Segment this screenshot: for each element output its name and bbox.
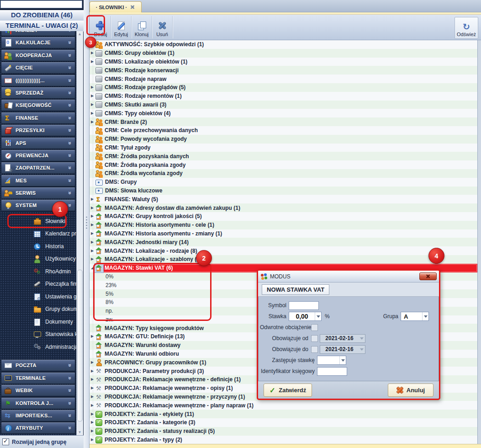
expand-arrow-icon[interactable]: ▶ (90, 229, 95, 238)
tree-row[interactable]: ▶FINANSE: Waluty (5) (90, 195, 477, 203)
expand-arrow-icon[interactable]: ▶ (90, 212, 95, 220)
sidebar-item-historia[interactable]: Historia (0, 240, 77, 253)
tree-row[interactable]: CRM: Cele przechowywania danych (90, 126, 477, 135)
tree-row[interactable]: CRM: Powody wycofania zgody (90, 135, 477, 144)
obowiazuje-do-checkbox[interactable] (311, 346, 318, 353)
sidebar-item-administracja[interactable]: Administracja (0, 341, 77, 353)
tab-close-icon[interactable] (131, 5, 135, 9)
sidebar-item-stanowiska[interactable]: Stanowiska komp... (0, 328, 77, 341)
tree-row[interactable]: CRM: Tytuł zgody (90, 144, 477, 152)
dodaj-button[interactable]: Dodaj (90, 16, 111, 38)
dialog-titlebar[interactable]: MODUS (258, 271, 439, 283)
dropdown-arrow-icon[interactable] (315, 312, 321, 320)
tree-row[interactable]: ▶CMMS: Lokalizacje obiektów (1) (90, 58, 477, 66)
expand-arrow-icon[interactable]: ▶ (90, 367, 95, 375)
sidebar-group-poczta[interactable]: POCZTA» (1, 359, 75, 371)
klonuj-button[interactable]: Klonuj (132, 16, 152, 38)
expand-arrow-icon[interactable]: ▶ (90, 427, 95, 435)
sidebar-item-dokumenty[interactable]: Dokumenty (0, 315, 77, 328)
sidebar-group-kalkulacje[interactable]: KALKULACJE» (1, 37, 75, 48)
usun-button[interactable]: Usuń (152, 16, 173, 38)
sidebar-group-serwis[interactable]: SERWIS» (1, 187, 75, 199)
tree-row[interactable]: ▶MAGAZYN: Grupy kontroli jakości (5) (90, 212, 477, 221)
sidebar-item-rhoadmin[interactable]: RhoAdmin (0, 265, 77, 278)
sidebar-group-ciecie[interactable]: CIĘCIE» (1, 62, 75, 74)
tree-row[interactable]: ▶AKTYWNOŚĆ: Szybkie odpowiedzi (1) (90, 40, 477, 49)
expand-arrow-icon[interactable]: ▶ (90, 118, 95, 126)
expand-arrow-icon[interactable]: ▶ (90, 221, 95, 229)
expand-arrow-icon[interactable]: ▶ (90, 195, 95, 203)
panel-splitter[interactable] (84, 0, 90, 448)
tree-row[interactable]: CMMS: Rodzaje konserwacji (90, 66, 477, 75)
sidebar-search-input[interactable] (0, 0, 82, 8)
tree-row[interactable]: CMMS: Rodzaje napraw (90, 75, 477, 83)
expand-arrow-icon[interactable]: ▶ (90, 247, 95, 255)
tree-row[interactable]: ▶PROJEKTY: Zadania - statusy realizacji … (90, 427, 477, 436)
sidebar-group-env[interactable]: ((((((((((((((...» (1, 75, 75, 86)
tree-row[interactable]: ▶MAGAZYN: Historia asortymentu - cele (1… (90, 221, 477, 229)
expand-arrow-icon[interactable]: ▶ (90, 101, 95, 109)
tree-row[interactable]: ▶PROJEKTY: Zadania - kategorie (3) (90, 418, 477, 427)
tree-row[interactable]: CRM: Źródła pozyskania danych (90, 152, 477, 160)
expand-arrow-icon[interactable]: ▶ (90, 255, 95, 263)
expand-arrow-icon[interactable]: ▶ (90, 92, 95, 100)
tree-row[interactable]: ▶CMMS: Typy obiektów (4) (90, 109, 477, 117)
obowiazuje-do-datepicker[interactable]: 2021-02-16 (320, 345, 365, 354)
scroll-down-icon[interactable]: ▼ (77, 429, 83, 435)
tree-row[interactable]: ▶CRM: Branże (2) (90, 117, 477, 126)
tree-row[interactable]: CRM: Źródła pozyskania zgody (90, 160, 477, 169)
identyfikator-input[interactable] (317, 367, 347, 376)
expand-arrow-icon[interactable]: ▶ (90, 332, 95, 341)
sidebar-group-ksiegowosc[interactable]: KSIĘGOWOŚĆ» (1, 99, 75, 111)
expand-arrow-icon[interactable]: ▶ (90, 83, 95, 91)
sidebar-group-analizy[interactable]: ANALIZY» (1, 31, 75, 36)
tree-row[interactable]: CRM: Źródła wycofania zgody (90, 169, 477, 178)
expand-one-group-checkbox[interactable] (2, 438, 9, 445)
tree-row[interactable]: ▶CMMS: Rodzaje przeglądów (5) (90, 83, 477, 92)
expand-arrow-icon[interactable]: ▶ (90, 401, 95, 410)
expand-arrow-icon[interactable]: ▶ (90, 375, 95, 384)
expand-arrow-icon[interactable]: ▶ (90, 58, 95, 66)
stawka-combo[interactable]: 0,00 (289, 312, 322, 321)
dialog-close-button[interactable] (419, 272, 437, 280)
sidebar-item-ustawienia[interactable]: Ustawienia globalne (0, 290, 77, 303)
scrollbar-thumb[interactable] (77, 270, 83, 421)
grupa-combo[interactable]: A (401, 312, 429, 321)
sidebar-group-atrybuty[interactable]: ATRYBUTY» (1, 422, 75, 434)
expand-arrow-icon[interactable]: ◢ (90, 264, 95, 272)
sidebar-group-prewencja[interactable]: PREWENCJA» (1, 149, 75, 161)
dropdown-arrow-icon[interactable] (422, 312, 428, 320)
expand-arrow-icon[interactable]: ▶ (90, 358, 95, 367)
expand-arrow-icon[interactable]: ▶ (90, 40, 95, 48)
expand-arrow-icon[interactable]: ▶ (90, 49, 95, 57)
sidebar-group-kooperacja[interactable]: KOOPERACJA» (1, 49, 75, 61)
sidebar-group-finanse[interactable]: FINANSE» (1, 112, 75, 124)
scroll-up-icon[interactable]: ▲ (77, 31, 83, 37)
sidebar-item-uzytkownicy[interactable]: Użytkownicy (0, 252, 77, 265)
expand-arrow-icon[interactable]: ▶ (90, 384, 95, 392)
terminal-header[interactable]: TERMINAL - UWAGI (2) (0, 21, 84, 32)
obowiazuje-od-datepicker[interactable]: 2021-02-16 (320, 334, 365, 343)
sidebar-scrollbar[interactable]: ▲ ▼ (76, 31, 83, 435)
tree-row[interactable]: ▶PROJEKTY: Zadania - etykiety (11) (90, 410, 477, 418)
expand-arrow-icon[interactable]: ▶ (90, 436, 95, 444)
sidebar-group-import[interactable]: IMPORT/EKS...» (1, 410, 75, 421)
sidebar-item-kalendarz[interactable]: Kalendarz pracy (0, 227, 77, 240)
sidebar-item-pieczatka[interactable]: Pieczątka firmy (0, 277, 77, 290)
expand-arrow-icon[interactable]: ▶ (90, 204, 95, 212)
sidebar-item-slowniki[interactable]: Słowniki (0, 215, 77, 228)
zastepuje-combo[interactable] (317, 356, 346, 365)
tree-row[interactable]: ▶PRODUKCJA: Reklamacje wewnętrzne - plan… (90, 401, 477, 410)
sidebar-group-mes[interactable]: MES» (1, 175, 75, 187)
obowiazuje-od-checkbox[interactable] (311, 335, 318, 342)
tree-row[interactable]: ▶MAGAZYN: Lokalizacje - rodzaje (8) (90, 246, 477, 255)
sidebar-item-grupydok[interactable]: Grupy dokumentów (0, 303, 77, 315)
tree-row[interactable]: ▶MAGAZYN: Adresy dostaw dla zamówień zak… (90, 203, 477, 212)
expand-arrow-icon[interactable]: ▶ (90, 393, 95, 401)
sidebar-group-kontrola[interactable]: KONTROLA J...» (1, 397, 75, 409)
tree-row[interactable]: ▶MAGAZYN: Jednostki miary (14) (90, 238, 477, 246)
odwrotne-checkbox[interactable] (311, 324, 318, 331)
dropdown-arrow-icon[interactable] (339, 356, 346, 364)
expand-arrow-icon[interactable]: ▶ (90, 418, 95, 427)
tree-row[interactable]: ▶CMMS: Skutki awarii (3) (90, 101, 477, 109)
